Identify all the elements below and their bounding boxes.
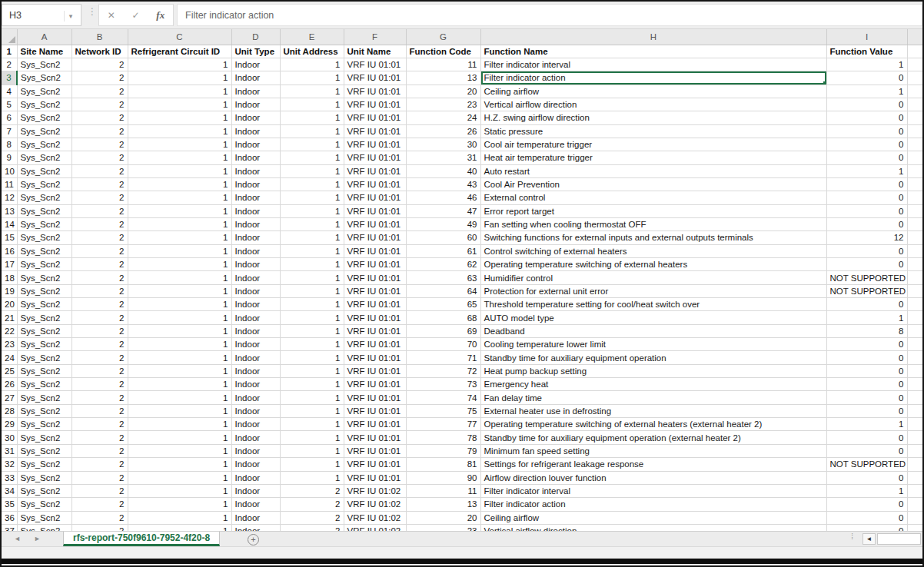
cell-H1[interactable]: Function Name: [480, 45, 826, 58]
cell-G4[interactable]: 20: [406, 85, 480, 98]
cell-G28[interactable]: 75: [406, 404, 480, 417]
cell-I22[interactable]: 8: [826, 324, 907, 337]
cell-E22[interactable]: 1: [280, 324, 344, 337]
column-header-D[interactable]: D: [231, 29, 280, 45]
cell-A37[interactable]: Sys_Scn2: [17, 524, 71, 531]
cell-E16[interactable]: 1: [280, 244, 344, 257]
cell-A25[interactable]: Sys_Scn2: [17, 364, 71, 377]
cell-I21[interactable]: 1: [826, 311, 907, 324]
cell-G24[interactable]: 71: [406, 351, 480, 364]
cell-H37[interactable]: Vertical airflow direction: [480, 524, 826, 531]
cell-D3[interactable]: Indoor: [231, 71, 280, 85]
cell-A3[interactable]: Sys_Scn2: [17, 71, 71, 85]
cell-C10[interactable]: 1: [128, 164, 231, 177]
cell-F24[interactable]: VRF IU 01:01: [344, 351, 406, 364]
cell-B31[interactable]: 2: [71, 444, 128, 457]
cell-H2[interactable]: Filter indicator interval: [480, 58, 826, 71]
cell-D10[interactable]: Indoor: [231, 164, 280, 177]
cell-E23[interactable]: 1: [280, 338, 344, 351]
cell-I36[interactable]: 0: [826, 511, 907, 524]
cell-B19[interactable]: 2: [71, 284, 128, 297]
cell-G7[interactable]: 26: [406, 124, 480, 138]
row-header-19[interactable]: 19: [2, 284, 17, 297]
column-header-F[interactable]: F: [344, 29, 406, 45]
cell-C19[interactable]: 1: [128, 284, 231, 297]
cell-G36[interactable]: 20: [406, 511, 480, 524]
cell-G1[interactable]: Function Code: [406, 45, 480, 58]
cell-partial-36[interactable]: [907, 511, 922, 524]
cell-C30[interactable]: 1: [128, 431, 231, 444]
cell-H31[interactable]: Minimum fan speed setting: [480, 444, 826, 457]
cell-H8[interactable]: Cool air temperature trigger: [480, 138, 826, 151]
cell-G34[interactable]: 11: [406, 484, 480, 497]
cell-D23[interactable]: Indoor: [231, 338, 280, 351]
cell-A35[interactable]: Sys_Scn2: [17, 498, 71, 511]
cell-E20[interactable]: 1: [280, 298, 344, 311]
cell-A1[interactable]: Site Name: [17, 45, 71, 58]
cell-E33[interactable]: 1: [280, 471, 344, 484]
cell-H18[interactable]: Humidifier control: [480, 271, 826, 284]
row-header-31[interactable]: 31: [2, 444, 17, 457]
cell-A13[interactable]: Sys_Scn2: [17, 204, 71, 217]
cell-I28[interactable]: 0: [826, 404, 907, 417]
cell-F30[interactable]: VRF IU 01:01: [344, 431, 406, 444]
cell-B12[interactable]: 2: [71, 191, 128, 204]
cell-C24[interactable]: 1: [128, 351, 231, 364]
row-header-25[interactable]: 25: [2, 364, 17, 377]
cell-F34[interactable]: VRF IU 01:02: [344, 484, 406, 497]
cell-H24[interactable]: Standby time for auxiliary equipment ope…: [480, 351, 826, 364]
cell-D28[interactable]: Indoor: [231, 404, 280, 417]
cell-G35[interactable]: 13: [406, 498, 480, 511]
row-header-34[interactable]: 34: [2, 484, 17, 497]
column-header-C[interactable]: C: [128, 29, 231, 45]
cell-F19[interactable]: VRF IU 01:01: [344, 284, 406, 297]
cell-C14[interactable]: 1: [128, 217, 231, 230]
cell-B2[interactable]: 2: [71, 58, 128, 71]
cell-partial-2[interactable]: [907, 58, 922, 71]
cell-A32[interactable]: Sys_Scn2: [17, 458, 71, 471]
cell-F14[interactable]: VRF IU 01:01: [344, 217, 406, 230]
cell-B36[interactable]: 2: [71, 511, 128, 524]
cell-A30[interactable]: Sys_Scn2: [17, 431, 71, 444]
cell-D21[interactable]: Indoor: [231, 311, 280, 324]
cell-B33[interactable]: 2: [71, 471, 128, 484]
cell-A21[interactable]: Sys_Scn2: [17, 311, 71, 324]
cell-F35[interactable]: VRF IU 01:02: [344, 498, 406, 511]
cell-F22[interactable]: VRF IU 01:01: [344, 324, 406, 337]
cell-C5[interactable]: 1: [128, 98, 231, 111]
cell-D4[interactable]: Indoor: [231, 85, 280, 98]
row-header-12[interactable]: 12: [2, 191, 17, 204]
cell-F15[interactable]: VRF IU 01:01: [344, 231, 406, 244]
cell-H25[interactable]: Heat pump backup setting: [480, 364, 826, 377]
cell-D18[interactable]: Indoor: [231, 271, 280, 284]
sheet-nav-right-icon[interactable]: ►: [34, 535, 41, 542]
row-header-30[interactable]: 30: [2, 431, 17, 444]
cell-G9[interactable]: 31: [406, 151, 480, 164]
cell-partial-1[interactable]: [907, 45, 922, 58]
cell-partial-17[interactable]: [907, 258, 922, 271]
cell-partial-30[interactable]: [907, 431, 922, 444]
cell-partial-27[interactable]: [907, 391, 922, 404]
cell-C25[interactable]: 1: [128, 364, 231, 377]
cell-G25[interactable]: 72: [406, 364, 480, 377]
cell-C8[interactable]: 1: [128, 138, 231, 151]
cell-H19[interactable]: Protection for external unit error: [480, 284, 826, 297]
cell-F31[interactable]: VRF IU 01:01: [344, 444, 406, 457]
cell-F5[interactable]: VRF IU 01:01: [344, 98, 406, 111]
cell-partial-31[interactable]: [907, 444, 922, 457]
cell-partial-9[interactable]: [907, 151, 922, 164]
cell-E31[interactable]: 1: [280, 444, 344, 457]
cell-H14[interactable]: Fan setting when cooling thermostat OFF: [480, 217, 826, 230]
cell-H5[interactable]: Vertical airflow direction: [480, 98, 826, 111]
row-header-35[interactable]: 35: [2, 498, 17, 511]
row-header-2[interactable]: 2: [2, 58, 17, 71]
cell-partial-5[interactable]: [907, 98, 922, 111]
cell-I3[interactable]: 0: [826, 71, 907, 85]
cell-partial-19[interactable]: [907, 284, 922, 297]
cell-F23[interactable]: VRF IU 01:01: [344, 338, 406, 351]
cell-D29[interactable]: Indoor: [231, 418, 280, 431]
cell-G30[interactable]: 78: [406, 431, 480, 444]
cell-partial-35[interactable]: [907, 498, 922, 511]
cell-F3[interactable]: VRF IU 01:01: [344, 71, 406, 85]
cell-C13[interactable]: 1: [128, 204, 231, 217]
